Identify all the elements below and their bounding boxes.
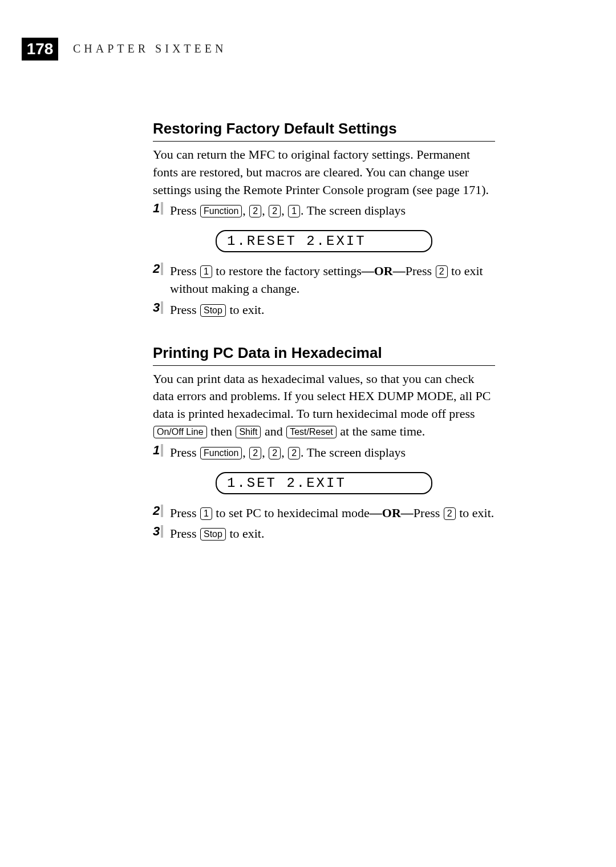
step-number-icon: 2 [153, 263, 170, 275]
key-1: 1 [200, 265, 212, 278]
key-2: 2 [436, 265, 448, 278]
step-text: Press 1 to restore the factory settings—… [170, 263, 495, 298]
lcd-display-restore: 1.RESET 2.EXIT [216, 230, 432, 252]
restore-step-2: 2 Press 1 to restore the factory setting… [153, 263, 495, 298]
or-separator: —OR— [370, 506, 414, 520]
key-1: 1 [288, 205, 300, 217]
section-title-restore: Restoring Factory Default Settings [153, 120, 495, 142]
hex-step-3: 3 Press Stop to exit. [153, 525, 495, 543]
step-number-icon: 3 [153, 525, 170, 538]
step-number-icon: 1 [153, 444, 170, 457]
or-separator: —OR— [362, 264, 406, 278]
page-number-box: 178 [22, 38, 58, 61]
hex-intro: You can print data as hexadecimal values… [153, 370, 495, 441]
hex-step-1: 1 Press Function, 2, 2, 2. The screen di… [153, 444, 495, 462]
key-2: 2 [269, 205, 281, 217]
key-onoffline: On/Off Line [153, 426, 207, 438]
restore-step-3: 3 Press Stop to exit. [153, 301, 495, 319]
lcd-display-hex: 1.SET 2.EXIT [216, 472, 432, 494]
step-number-icon: 2 [153, 505, 170, 517]
step-text: Press Function, 2, 2, 2. The screen disp… [170, 444, 495, 462]
page: 178 CHAPTER SIXTEEN Restoring Factory De… [0, 0, 616, 867]
step-text: Press Stop to exit. [170, 525, 495, 543]
key-2: 2 [249, 205, 261, 217]
key-function: Function [200, 447, 242, 459]
step-number-icon: 1 [153, 202, 170, 215]
key-shift: Shift [236, 426, 261, 438]
restore-step-1: 1 Press Function, 2, 2, 1. The screen di… [153, 202, 495, 220]
hex-step-2: 2 Press 1 to set PC to hexidecimal mode—… [153, 505, 495, 522]
step-text: Press Function, 2, 2, 1. The screen disp… [170, 202, 495, 220]
step-text: Press 1 to set PC to hexidecimal mode—OR… [170, 505, 495, 522]
chapter-label: CHAPTER SIXTEEN [73, 42, 226, 55]
key-function: Function [200, 205, 242, 217]
content-column: Restoring Factory Default Settings You c… [153, 120, 495, 546]
key-2: 2 [444, 507, 456, 520]
key-stop: Stop [200, 304, 226, 317]
step-number-icon: 3 [153, 301, 170, 314]
step-text: Press Stop to exit. [170, 301, 495, 319]
section-title-hex: Printing PC Data in Hexadecimal [153, 344, 495, 366]
key-2: 2 [288, 447, 300, 459]
key-testreset: Test/Reset [286, 426, 337, 438]
key-1: 1 [200, 507, 212, 520]
page-header: 178 CHAPTER SIXTEEN [22, 40, 593, 61]
restore-intro: You can return the MFC to original facto… [153, 146, 495, 199]
key-stop: Stop [200, 528, 226, 541]
key-2: 2 [269, 447, 281, 459]
key-2: 2 [249, 447, 261, 459]
page-number: 178 [27, 40, 54, 58]
